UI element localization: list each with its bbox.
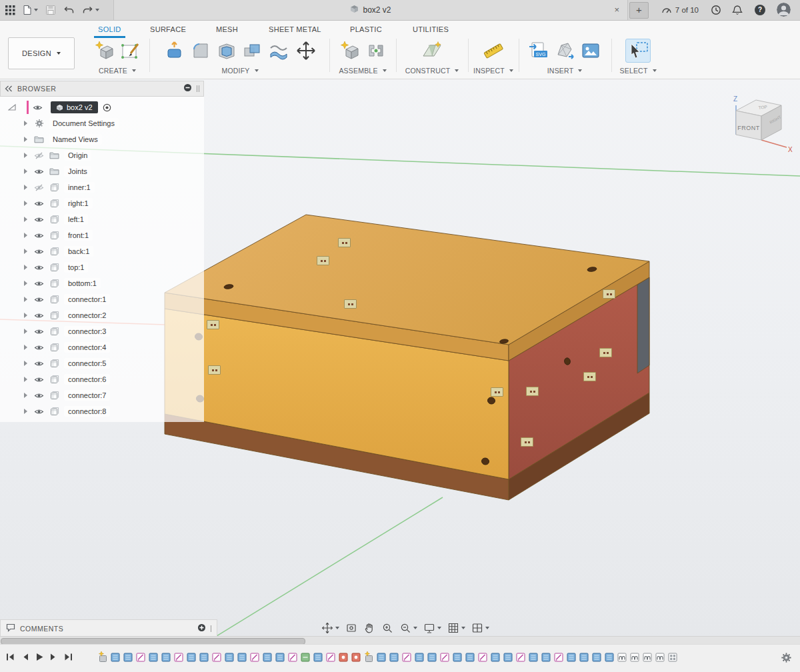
notifications-clock-icon[interactable] xyxy=(711,5,721,18)
browser-item-connector-8[interactable]: connector:8 xyxy=(0,403,204,419)
app-grid-menu-icon[interactable] xyxy=(5,5,15,15)
timeline-sketch-icon[interactable] xyxy=(287,651,299,664)
visibility-eye-icon[interactable] xyxy=(33,312,45,319)
timeline-hole-feature-icon[interactable] xyxy=(338,651,349,664)
timeline-body-feature-icon[interactable] xyxy=(541,651,552,664)
timeline-body-feature-icon[interactable] xyxy=(389,651,400,664)
visibility-eye-icon[interactable] xyxy=(33,184,45,191)
browser-item-connector-1[interactable]: connector:1 xyxy=(0,291,204,307)
disclosure-arrow-icon[interactable] xyxy=(24,249,27,254)
visibility-eye-icon[interactable] xyxy=(33,360,45,367)
timeline-body-feature-icon[interactable] xyxy=(503,651,514,664)
grid-display-icon[interactable] xyxy=(447,622,465,634)
visibility-eye-icon[interactable] xyxy=(33,168,45,175)
timeline-sketch-icon[interactable] xyxy=(401,651,413,664)
joint-glyph[interactable] xyxy=(208,365,221,375)
timeline-sketch-icon[interactable] xyxy=(439,651,451,664)
disclosure-arrow-icon[interactable] xyxy=(24,297,27,302)
visibility-eye-icon[interactable] xyxy=(33,152,45,159)
disclosure-arrow-icon[interactable] xyxy=(24,169,27,174)
timeline-body-feature-icon[interactable] xyxy=(224,651,235,664)
disclosure-arrow-icon[interactable] xyxy=(24,393,27,398)
timeline-settings-gear-icon[interactable] xyxy=(781,652,792,666)
timeline-hole-feature-icon[interactable] xyxy=(351,651,362,664)
disclosure-arrow-icon[interactable] xyxy=(24,185,27,190)
redo-icon[interactable] xyxy=(82,5,99,15)
timeline-body-feature-icon[interactable] xyxy=(528,651,539,664)
document-tab[interactable]: box2 v2 × xyxy=(113,0,628,20)
select-menu[interactable]: SELECT xyxy=(619,67,656,75)
zoom-window-icon[interactable] xyxy=(381,622,393,634)
joint-glyph[interactable] xyxy=(491,387,503,397)
job-status[interactable]: 7 of 10 xyxy=(661,0,699,20)
timeline-sketch-icon[interactable] xyxy=(515,651,527,664)
visibility-eye-icon[interactable] xyxy=(33,408,45,415)
display-settings-icon[interactable] xyxy=(423,622,441,634)
timeline-body-feature-icon[interactable] xyxy=(237,651,248,664)
insert-svg-icon[interactable]: SVG xyxy=(527,39,550,62)
browser-item-connector-5[interactable]: connector:5 xyxy=(0,355,204,371)
browser-item-connector-2[interactable]: connector:2 xyxy=(0,307,204,323)
tab-solid[interactable]: SOLID xyxy=(98,23,121,36)
viewcube-front-label[interactable]: FRONT xyxy=(737,125,760,131)
timeline-body-feature-icon[interactable] xyxy=(148,651,159,664)
timeline-sketch-icon[interactable] xyxy=(249,651,261,664)
browser-item-connector-6[interactable]: connector:6 xyxy=(0,371,204,387)
close-tab-icon[interactable]: × xyxy=(611,0,622,20)
timeline-joint-icon[interactable] xyxy=(642,651,653,664)
tab-utilities[interactable]: UTILITIES xyxy=(413,23,449,36)
collapse-panel-icon[interactable] xyxy=(5,83,13,95)
browser-item-document-settings[interactable]: Document Settings xyxy=(0,115,204,131)
timeline-body-feature-icon[interactable] xyxy=(566,651,577,664)
timeline-sketch-icon[interactable] xyxy=(211,651,223,664)
insert-mesh-icon[interactable] xyxy=(553,39,576,62)
timeline-body-feature-icon[interactable] xyxy=(591,651,603,664)
bell-icon[interactable] xyxy=(732,5,743,18)
browser-item-connector-3[interactable]: connector:3 xyxy=(0,323,204,339)
disclosure-arrow-icon[interactable] xyxy=(24,121,27,126)
file-menu-icon[interactable] xyxy=(23,5,38,15)
comments-drag-grip[interactable] xyxy=(211,625,211,632)
timeline-sketch-icon[interactable] xyxy=(135,651,147,664)
timeline-body-feature-icon[interactable] xyxy=(110,651,121,664)
browser-item-front-1[interactable]: front:1 xyxy=(0,227,204,243)
joint-icon[interactable] xyxy=(365,39,387,62)
joint-glyph[interactable] xyxy=(526,387,539,396)
timeline-body-feature-icon[interactable] xyxy=(199,651,210,664)
workspace-switcher[interactable]: DESIGN xyxy=(8,37,75,69)
visibility-eye-icon[interactable] xyxy=(33,376,45,383)
timeline-body-feature-icon[interactable] xyxy=(186,651,197,664)
go-to-end-icon[interactable] xyxy=(63,652,73,662)
timeline-joint-icon[interactable] xyxy=(655,651,666,664)
look-at-icon[interactable] xyxy=(345,622,357,634)
timeline-joint-icon[interactable] xyxy=(617,651,628,664)
timeline-sketch-icon[interactable] xyxy=(553,651,565,664)
disclosure-arrow-icon[interactable] xyxy=(24,409,27,414)
construct-menu[interactable]: CONSTRUCT xyxy=(405,67,459,75)
comments-bar[interactable]: COMMENTS xyxy=(0,619,217,637)
joint-glyph[interactable] xyxy=(207,320,219,329)
browser-item-origin[interactable]: Origin xyxy=(0,147,204,163)
timeline-body-feature-icon[interactable] xyxy=(427,651,438,664)
zoom-icon[interactable] xyxy=(399,622,417,634)
timeline-body-feature-icon[interactable] xyxy=(465,651,476,664)
select-tool-icon[interactable] xyxy=(625,39,651,63)
joint-glyph[interactable] xyxy=(583,372,596,381)
timeline-group-icon[interactable] xyxy=(667,651,679,664)
browser-item-named-views[interactable]: Named Views xyxy=(0,131,204,147)
play-icon[interactable] xyxy=(35,652,44,662)
timeline-feature-icon[interactable] xyxy=(300,651,311,664)
timeline-sketch-icon[interactable] xyxy=(477,651,489,664)
visibility-eye-icon[interactable] xyxy=(33,296,45,303)
disclosure-arrow-icon[interactable] xyxy=(24,217,27,222)
browser-item-inner-1[interactable]: inner:1 xyxy=(0,179,204,195)
timeline-body-feature-icon[interactable] xyxy=(262,651,273,664)
step-forward-icon[interactable] xyxy=(49,652,58,662)
timeline-sketch-icon[interactable] xyxy=(173,651,185,664)
insert-menu[interactable]: INSERT xyxy=(547,67,583,75)
shell-icon[interactable] xyxy=(215,39,238,62)
fillet-icon[interactable] xyxy=(189,39,212,62)
disclosure-arrow-icon[interactable] xyxy=(24,153,27,158)
disclosure-arrow-icon[interactable] xyxy=(24,329,27,334)
timeline-new-component-icon[interactable] xyxy=(363,651,375,664)
